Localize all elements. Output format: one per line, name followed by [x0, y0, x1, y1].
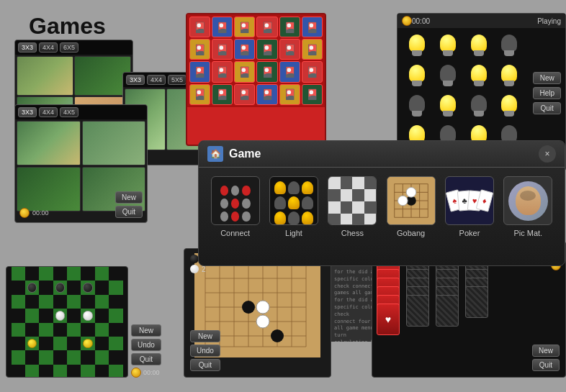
poke-card[interactable]: 🎴	[212, 61, 233, 82]
cb-cell	[53, 350, 67, 364]
new-btn-puzzle3[interactable]: New	[115, 191, 143, 204]
poke-card[interactable]: 🎴	[234, 84, 255, 105]
poke-card[interactable]: 🎴	[234, 61, 255, 82]
lb-cell[interactable]	[434, 64, 462, 91]
cb-cell	[39, 309, 53, 322]
new-btn-checkers[interactable]: New	[131, 324, 161, 337]
card-back[interactable]	[436, 295, 459, 327]
card-back[interactable]	[465, 286, 488, 318]
cb-cell	[95, 309, 109, 322]
poke-card[interactable]: 🎴	[302, 39, 323, 60]
poke-card[interactable]: 🎴	[256, 61, 277, 82]
poke-card[interactable]: 🎴	[256, 39, 277, 60]
cb-cell	[81, 267, 94, 281]
size-btn-3x3-2[interactable]: 3X3	[126, 75, 145, 85]
poke-card[interactable]: 🎴	[212, 84, 233, 105]
size-btn-5x5-2[interactable]: 5X5	[168, 75, 187, 85]
card-col-4	[465, 260, 493, 348]
cb-cell	[95, 323, 109, 337]
undo-btn-gobang[interactable]: Undo	[190, 345, 220, 357]
poke-card[interactable]: 🎴	[279, 17, 300, 37]
size-btn-4x4-3[interactable]: 4X4	[39, 107, 58, 117]
size-btn-3x3-3[interactable]: 3X3	[18, 107, 37, 117]
card-back[interactable]	[406, 295, 429, 327]
cb-cell	[25, 281, 39, 294]
new-btn-lb[interactable]: New	[533, 72, 561, 84]
lb-cell[interactable]	[464, 34, 493, 61]
lb-cell[interactable]	[403, 94, 431, 122]
lb-cell[interactable]	[495, 94, 524, 122]
help-btn-lb[interactable]: Help	[533, 87, 561, 99]
poke-card[interactable]: 🎴	[212, 17, 233, 37]
size-btn-4x4-2[interactable]: 4X4	[147, 75, 166, 85]
lb-cell[interactable]	[495, 64, 524, 91]
poke-card[interactable]: 🎴	[189, 17, 210, 37]
cb-cell	[67, 267, 81, 281]
poke-card[interactable]: 🎴	[189, 84, 210, 105]
game-item-light[interactable]: Light	[269, 176, 318, 237]
game-item-connect[interactable]: Connect	[211, 176, 260, 237]
size-btn-3x3-1[interactable]: 3X3	[18, 42, 37, 53]
cb-cell	[109, 281, 122, 294]
gobang-stone-black2[interactable]	[271, 329, 284, 342]
lb-cell[interactable]	[403, 34, 431, 61]
chess-icon	[328, 176, 377, 225]
gobang-stone-black[interactable]	[242, 301, 255, 314]
svg-point-12	[397, 196, 408, 206]
game-item-picmat[interactable]: Pic Mat.	[503, 176, 552, 237]
game-menu-body: Connect Light	[199, 168, 565, 242]
game-item-poker[interactable]: ♠ ♣ ♥ ♦ Poker	[445, 176, 494, 237]
new-btn-gobang[interactable]: New	[190, 330, 220, 342]
gobang-stone-white[interactable]	[256, 315, 269, 328]
poke-card[interactable]: 🎴	[256, 84, 277, 105]
poke-card[interactable]: 🎴	[302, 84, 323, 105]
poke-card[interactable]: 🎴	[234, 17, 255, 37]
cb-cell	[25, 295, 39, 309]
poke-card[interactable]: 🎴	[234, 39, 255, 60]
size-btn-4x5-3[interactable]: 4X5	[60, 107, 78, 117]
lb-cell[interactable]	[464, 64, 493, 91]
quit-btn-puzzle3[interactable]: Quit	[115, 206, 143, 218]
puzzle-cell-9	[17, 167, 81, 211]
size-btn-6x5-1[interactable]: 6X5	[60, 42, 78, 53]
cb-cell	[12, 337, 25, 350]
lb-cell[interactable]	[434, 94, 462, 122]
gobang-stone-white2[interactable]	[256, 301, 269, 314]
menu-close-btn[interactable]: ×	[539, 145, 556, 163]
quit-btn-gobang[interactable]: Quit	[190, 359, 220, 371]
poke-card[interactable]: 🎴	[212, 39, 233, 60]
home-icon[interactable]: 🏠	[207, 146, 223, 162]
cb-cell	[67, 350, 81, 364]
lb-cell[interactable]	[434, 34, 462, 61]
lb-cell[interactable]	[403, 64, 431, 91]
poke-card[interactable]: 🎴	[189, 39, 210, 60]
game-item-chess[interactable]: Chess	[328, 176, 377, 237]
quit-btn-checkers[interactable]: Quit	[131, 353, 161, 365]
size-row-3: 3X3 4X4 4X5	[15, 105, 147, 119]
poke-card[interactable]: 🎴	[302, 17, 323, 37]
lb-cell[interactable]	[464, 94, 493, 122]
poke-card[interactable]: 🎴	[189, 61, 210, 82]
card-col-1: ♠ ♥ ♣ ♦ ♠ ♥	[377, 260, 404, 348]
cb-cell	[12, 323, 25, 337]
poke-card[interactable]: 🎴	[279, 61, 300, 82]
lb-cell[interactable]	[495, 34, 524, 61]
poke-card[interactable]: 🎴	[279, 39, 300, 60]
cb-cell	[12, 365, 25, 378]
size-btn-4x4-1[interactable]: 4X4	[39, 42, 58, 53]
undo-btn-checkers[interactable]: Undo	[131, 339, 161, 351]
cb-cell	[81, 295, 94, 309]
quit-btn-sol[interactable]: Quit	[532, 359, 560, 371]
new-btn-sol[interactable]: New	[532, 345, 560, 357]
lb-status: Playing	[537, 17, 561, 25]
game-item-gobang[interactable]: Gobang	[387, 176, 436, 237]
quit-btn-lb[interactable]: Quit	[533, 102, 561, 114]
cb-cell	[109, 337, 122, 350]
cb-cell	[67, 337, 81, 350]
poke-card[interactable]: 🎴	[279, 84, 300, 105]
playing-card[interactable]: ♥	[377, 304, 400, 335]
poke-card[interactable]: 🎴	[256, 17, 277, 37]
game-label-chess: Chess	[341, 229, 364, 237]
poke-card[interactable]: 🎴	[302, 61, 323, 82]
game-label-gobang: Gobang	[397, 229, 425, 237]
